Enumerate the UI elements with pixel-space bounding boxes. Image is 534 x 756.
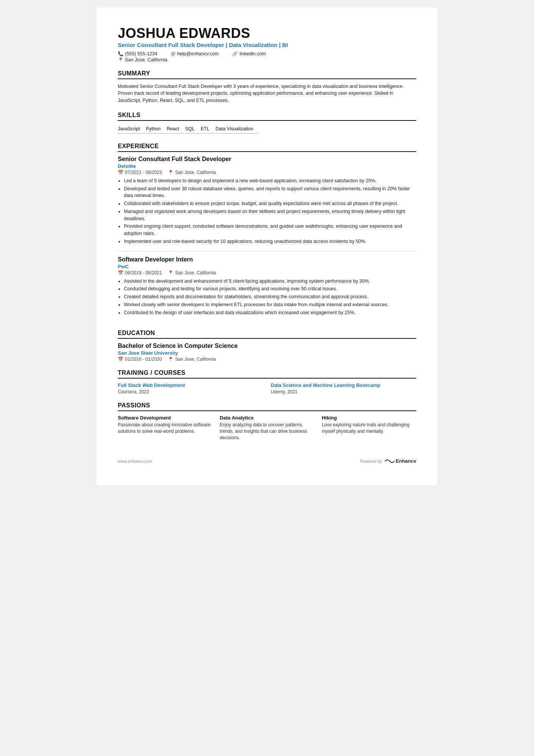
skills-title: SKILLS [118, 112, 416, 121]
skills-section: SKILLS JavaScriptPythonReactSQLETLData V… [118, 112, 416, 135]
job-location-item: 📍 San Jose, California [168, 270, 215, 275]
contact-row: 📞 (555) 555-1234 @ help@enhancv.com 🔗 li… [118, 51, 416, 56]
bullet-list: Led a team of 5 developers to design and… [118, 177, 416, 245]
footer-website: www.enhancv.com [118, 459, 152, 463]
education-title: EDUCATION [118, 330, 416, 339]
course-item: Full Stack Web Development Coursera, 202… [118, 382, 263, 394]
edu-school: San Jose State University [118, 350, 416, 356]
job-dates-item: 📅 07/2021 - 09/2023 [118, 170, 162, 175]
edu-degree: Bachelor of Science in Computer Science [118, 343, 416, 349]
list-item: Contributed to the design of user interf… [124, 309, 416, 316]
list-item: Provided ongoing client support, conduct… [124, 223, 416, 237]
passion-title: Data Analytics [220, 415, 314, 421]
email-contact: @ help@enhancv.com [171, 51, 219, 56]
skill-tag: ETL [201, 125, 215, 134]
passion-description: Love exploring nature trails and challen… [322, 422, 416, 435]
list-item: Worked closely with senior developers to… [124, 301, 416, 308]
job-title: Senior Consultant Full Stack Developer [118, 156, 416, 163]
calendar-icon: 📅 [118, 270, 123, 275]
resume-page: JOSHUA EDWARDS Senior Consultant Full St… [97, 8, 437, 485]
passion-title: Hiking [322, 415, 416, 421]
bullet-list: Assisted in the development and enhancem… [118, 278, 416, 316]
passion-description: Passionate about creating innovative sof… [118, 422, 212, 435]
footer: www.enhancv.com Powered by Enhancv [118, 455, 416, 465]
company-name: Deloitte [118, 163, 416, 169]
experience-entries: Senior Consultant Full Stack Developer D… [118, 156, 416, 322]
edu-dates-item: 📅 01/2016 - 01/2020 [118, 357, 162, 362]
passion-description: Enjoy analyzing data to uncover patterns… [220, 422, 314, 441]
list-item: Managed and organized work among develop… [124, 208, 416, 222]
experience-entry: Software Developer Intern PwC 📅 06/2019 … [118, 256, 416, 322]
job-location: San Jose, California [175, 270, 215, 275]
skill-tag: SQL [185, 125, 200, 134]
passion-item: Software Development Passionate about cr… [118, 415, 212, 441]
training-section: TRAINING / COURSES Full Stack Web Develo… [118, 369, 416, 394]
summary-section: SUMMARY Motivated Senior Consultant Full… [118, 70, 416, 104]
course-title: Data Science and Machine Learning Bootca… [271, 382, 416, 389]
courses-grid: Full Stack Web Development Coursera, 202… [118, 382, 416, 394]
job-meta: 📅 07/2021 - 09/2023 📍 San Jose, Californ… [118, 170, 416, 175]
list-item: Created detailed reports and documentati… [124, 293, 416, 301]
enhancv-logo: Enhancv [384, 458, 416, 465]
phone-number: (555) 555-1234 [125, 51, 157, 56]
list-item: Conducted debugging and testing for vari… [124, 285, 416, 293]
experience-title: EXPERIENCE [118, 143, 416, 152]
job-location-icon: 📍 [168, 170, 173, 175]
passion-item: Data Analytics Enjoy analyzing data to u… [220, 415, 314, 441]
brand-name: Enhancv [396, 458, 416, 464]
edu-location-icon: 📍 [168, 357, 173, 362]
skill-tag: Python [146, 125, 166, 134]
passions-title: PASSIONS [118, 402, 416, 411]
list-item: Developed and tested over 30 robust data… [124, 185, 416, 200]
location-icon: 📍 [118, 57, 123, 63]
phone-contact: 📞 (555) 555-1234 [118, 51, 157, 56]
enhancv-logo-icon [384, 458, 395, 465]
list-item: Assisted in the development and enhancem… [124, 278, 416, 285]
skill-tag: Data Visualization [215, 125, 259, 134]
job-dates: 06/2019 - 06/2021 [125, 270, 162, 275]
job-meta: 📅 06/2019 - 06/2021 📍 San Jose, Californ… [118, 270, 416, 275]
location-row: 📍 San Jose, California [118, 57, 416, 63]
location-text: San Jose, California [125, 57, 167, 63]
linkedin-contact: 🔗 linkedin.com [232, 51, 265, 56]
course-item: Data Science and Machine Learning Bootca… [271, 382, 416, 394]
header: JOSHUA EDWARDS Senior Consultant Full St… [118, 26, 416, 63]
passions-section: PASSIONS Software Development Passionate… [118, 402, 416, 441]
link-icon: 🔗 [232, 51, 238, 56]
candidate-name: JOSHUA EDWARDS [118, 26, 416, 41]
summary-title: SUMMARY [118, 70, 416, 79]
candidate-title: Senior Consultant Full Stack Developer |… [118, 42, 416, 48]
passions-grid: Software Development Passionate about cr… [118, 415, 416, 441]
skills-row: JavaScriptPythonReactSQLETLData Visualiz… [118, 125, 416, 135]
list-item: Collaborated with stakeholders to ensure… [124, 200, 416, 207]
company-name: PwC [118, 264, 416, 269]
job-location: San Jose, California [175, 170, 215, 175]
edu-meta: 📅 01/2016 - 01/2020 📍 San Jose, Californ… [118, 357, 416, 362]
experience-section: EXPERIENCE Senior Consultant Full Stack … [118, 143, 416, 322]
course-title: Full Stack Web Development [118, 382, 263, 389]
list-item: Implemented user and role-based security… [124, 238, 416, 245]
edu-location-item: 📍 San Jose, California [168, 357, 215, 362]
job-location-icon: 📍 [168, 270, 173, 275]
email-icon: @ [171, 51, 175, 56]
powered-by-label: Powered by [360, 459, 382, 463]
edu-dates: 01/2016 - 01/2020 [125, 357, 162, 362]
job-title: Software Developer Intern [118, 256, 416, 263]
summary-text: Motivated Senior Consultant Full Stack D… [118, 83, 416, 104]
job-dates: 07/2021 - 09/2023 [125, 170, 162, 175]
skill-tag: React [167, 125, 184, 134]
edu-calendar-icon: 📅 [118, 357, 123, 362]
job-location-item: 📍 San Jose, California [168, 170, 215, 175]
experience-entry: Senior Consultant Full Stack Developer D… [118, 156, 416, 252]
passion-item: Hiking Love exploring nature trails and … [322, 415, 416, 441]
skill-tag: JavaScript [118, 125, 145, 134]
linkedin-url: linkedin.com [239, 51, 265, 56]
email-address: help@enhancv.com [177, 51, 219, 56]
training-title: TRAINING / COURSES [118, 369, 416, 379]
course-source: Coursera, 2022 [118, 389, 263, 394]
phone-icon: 📞 [118, 51, 123, 56]
list-item: Led a team of 5 developers to design and… [124, 177, 416, 185]
powered-by: Powered by Enhancv [360, 458, 416, 465]
passion-title: Software Development [118, 415, 212, 421]
course-source: Udemy, 2021 [271, 389, 416, 394]
